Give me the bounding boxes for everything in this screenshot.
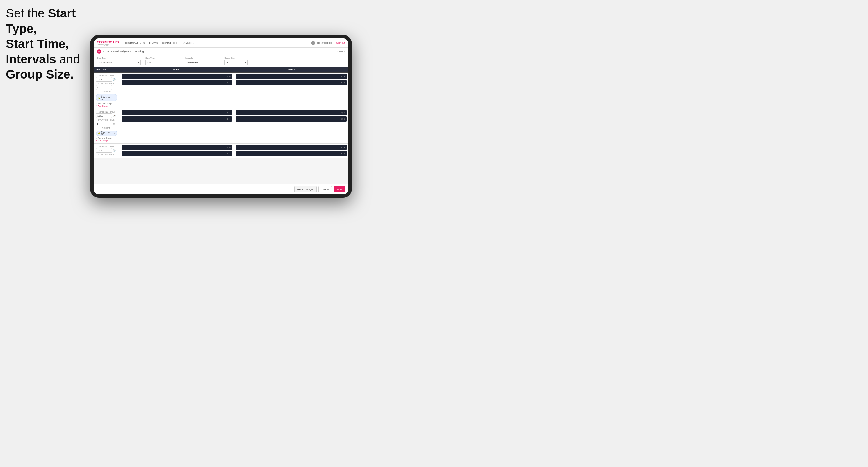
add-group-2[interactable]: + Add Group bbox=[96, 139, 117, 142]
player-row-3-1: ✕ + bbox=[122, 110, 232, 116]
player-row-2-1: ✕ + bbox=[236, 74, 347, 79]
back-button[interactable]: ‹ Back bbox=[337, 50, 345, 53]
player-row-1-2: ✕ + bbox=[122, 80, 232, 85]
starting-time-input-row-2: 🕐 bbox=[96, 114, 117, 118]
nav-rankings[interactable]: RANKINGS bbox=[182, 41, 195, 44]
player-add-icon[interactable]: + bbox=[344, 112, 345, 114]
sign-out-link[interactable]: | bbox=[334, 41, 335, 44]
player-x-icon[interactable]: ✕ bbox=[341, 118, 343, 120]
start-time-select[interactable]: 10:00 bbox=[145, 60, 180, 65]
player-add-icon[interactable]: + bbox=[344, 146, 345, 149]
player-row-2-2: ✕ + bbox=[236, 80, 347, 85]
logo: SCOREBOARD Powered by clippd bbox=[97, 40, 119, 45]
player-x-icon[interactable]: ✕ bbox=[226, 75, 228, 78]
starting-hole-label-3: STARTING HOLE: bbox=[96, 154, 117, 156]
player-row-4-2: ✕ + bbox=[236, 116, 347, 122]
col-team2: Team 2 bbox=[234, 67, 348, 72]
starting-hole-select-2[interactable]: 1 bbox=[96, 122, 112, 126]
sign-out-button[interactable]: Sign out bbox=[336, 41, 345, 44]
instructions-text: Set the Start Type, Start Time, Interval… bbox=[6, 6, 93, 82]
start-type-field: Start Type 1st Tee Start bbox=[97, 57, 141, 65]
starting-time-label-3: STARTING TIME: bbox=[96, 146, 117, 148]
course-tag-2: ⛳ East Lake GC × bbox=[96, 130, 117, 136]
bottom-bar: Reset Changes Cancel Save bbox=[94, 184, 348, 194]
player-add-icon[interactable]: + bbox=[344, 75, 345, 78]
player-x-icon[interactable]: ✕ bbox=[341, 146, 343, 149]
player-add-icon[interactable]: + bbox=[229, 82, 230, 84]
starting-hole-select-1[interactable]: 1 bbox=[96, 85, 112, 90]
remove-group-1[interactable]: ○ Remove Group bbox=[96, 102, 117, 104]
highlight-start-type: Start Type, bbox=[6, 6, 75, 35]
intervals-label: Intervals bbox=[185, 57, 220, 59]
start-type-select[interactable]: 1st Tee Start bbox=[97, 60, 141, 65]
nav-committee[interactable]: COMMITTEE bbox=[162, 41, 178, 44]
cancel-button[interactable]: Cancel bbox=[318, 186, 332, 192]
remove-group-2[interactable]: ○ Remove Group bbox=[96, 137, 117, 139]
group-size-field: Group Size 3 bbox=[224, 57, 248, 65]
breadcrumb-separator: › bbox=[132, 50, 133, 53]
highlight-start-time: Start Time, bbox=[6, 37, 69, 51]
tee-group-1: STARTING TIME: 🕐 STARTING HOLE: 1 ▲ ▼ bbox=[94, 73, 348, 109]
starting-hole-row-1: 1 ▲ ▼ bbox=[96, 85, 117, 90]
intervals-select[interactable]: 10 Minutes bbox=[185, 60, 220, 65]
player-add-icon[interactable]: + bbox=[344, 82, 345, 84]
player-add-icon[interactable]: + bbox=[229, 146, 230, 149]
reset-button[interactable]: Reset Changes bbox=[294, 186, 317, 192]
tee-group-2: STARTING TIME: 🕐 STARTING HOLE: 1 ▲ ▼ bbox=[94, 109, 348, 144]
save-button[interactable]: Save bbox=[334, 186, 345, 192]
player-x-icon[interactable]: ✕ bbox=[226, 82, 228, 84]
group-size-label: Group Size bbox=[224, 57, 248, 59]
breadcrumb-bar: C Clippd Invitational (Mar) › Hosting ‹ … bbox=[94, 48, 348, 55]
player-x-icon[interactable]: ✕ bbox=[226, 118, 228, 120]
tee-left-1: STARTING TIME: 🕐 STARTING HOLE: 1 ▲ ▼ bbox=[94, 73, 120, 109]
player-x-icon[interactable]: ✕ bbox=[341, 82, 343, 84]
add-group-1[interactable]: + Add Group bbox=[96, 105, 117, 107]
remove-course-1[interactable]: × bbox=[114, 97, 116, 99]
start-type-label: Start Type bbox=[97, 57, 141, 59]
col-team1: Team 1 bbox=[120, 67, 234, 72]
nav-tournaments[interactable]: TOURNAMENTS bbox=[124, 41, 145, 44]
player-x-icon[interactable]: ✕ bbox=[226, 146, 228, 149]
golf-icon-2: ⛳ bbox=[98, 132, 100, 134]
tablet-frame: SCOREBOARD Powered by clippd TOURNAMENTS… bbox=[90, 35, 352, 198]
tournament-icon: C bbox=[97, 50, 101, 54]
player-x-icon[interactable]: ✕ bbox=[226, 112, 228, 114]
remove-course-2[interactable]: × bbox=[114, 132, 116, 134]
player-add-icon[interactable]: + bbox=[344, 152, 345, 155]
highlight-intervals: Intervals bbox=[6, 52, 56, 66]
starting-time-input-3[interactable] bbox=[96, 148, 112, 153]
starting-time-label-2: STARTING TIME: bbox=[96, 111, 117, 113]
player-add-icon[interactable]: + bbox=[229, 118, 230, 120]
hole-arrows-1: ▲ ▼ bbox=[113, 86, 115, 89]
player-add-icon[interactable]: + bbox=[229, 112, 230, 114]
starting-time-input-1[interactable] bbox=[96, 77, 112, 82]
player-row-6-1: ✕ + bbox=[236, 145, 347, 150]
start-time-field: Start Time 10:00 bbox=[145, 57, 180, 65]
player-add-icon[interactable]: + bbox=[229, 152, 230, 155]
starting-time-input-2[interactable] bbox=[96, 114, 112, 118]
course-name-2: East Lake GC bbox=[101, 131, 114, 135]
tournament-name[interactable]: Clippd Invitational (Mar) bbox=[103, 50, 130, 53]
course-name-1: (A) Peachtree GC bbox=[101, 94, 114, 101]
settings-bar: Start Type 1st Tee Start Start Time 10:0… bbox=[94, 55, 348, 67]
nav-teams[interactable]: TEAMS bbox=[149, 41, 158, 44]
player-x-icon[interactable]: ✕ bbox=[341, 75, 343, 78]
player-x-icon[interactable]: ✕ bbox=[226, 152, 228, 155]
team2-cell-3: ✕ + ✕ + bbox=[234, 144, 348, 158]
schedule-table: Tee Time Team 1 Team 2 STARTING TIME: 🕐 … bbox=[94, 67, 348, 184]
hole-arrows-2: ▲ ▼ bbox=[113, 122, 115, 126]
player-add-icon[interactable]: + bbox=[344, 118, 345, 120]
team1-cell-1: ✕ + ✕ + bbox=[120, 73, 234, 109]
tee-left-3: STARTING TIME: 🕐 STARTING HOLE: bbox=[94, 144, 120, 158]
tablet-screen: SCOREBOARD Powered by clippd TOURNAMENTS… bbox=[94, 38, 348, 194]
starting-time-input-row-3: 🕐 bbox=[96, 148, 117, 153]
player-x-icon[interactable]: ✕ bbox=[341, 112, 343, 114]
course-tag-1: ⛳ (A) Peachtree GC × bbox=[96, 94, 117, 101]
group-size-select[interactable]: 3 bbox=[224, 60, 248, 65]
player-x-icon[interactable]: ✕ bbox=[341, 152, 343, 155]
col-tee-time: Tee Time bbox=[94, 67, 120, 72]
player-add-icon[interactable]: + bbox=[229, 75, 230, 78]
top-nav: SCOREBOARD Powered by clippd TOURNAMENTS… bbox=[94, 38, 348, 48]
player-row-3-2: ✕ + bbox=[122, 116, 232, 122]
breadcrumb: C Clippd Invitational (Mar) › Hosting bbox=[97, 50, 144, 54]
